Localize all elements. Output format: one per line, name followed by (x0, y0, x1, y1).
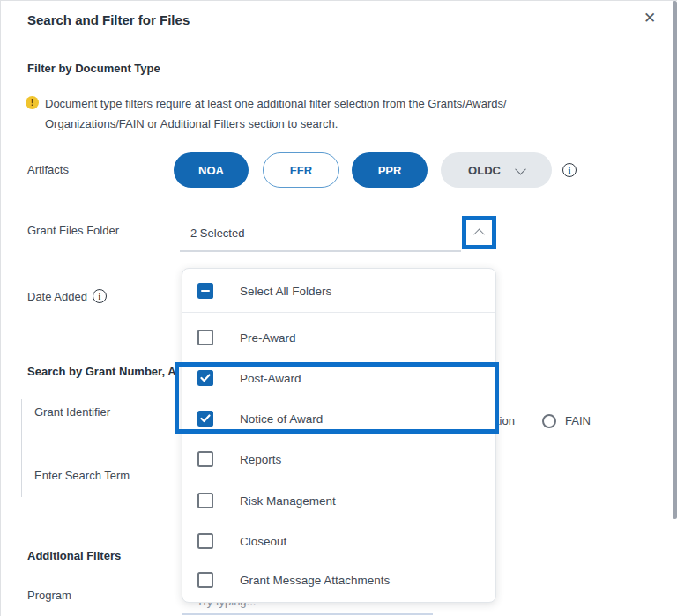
checkbox-unchecked-icon[interactable] (197, 330, 213, 345)
folder-option-closeout[interactable]: Closeout (182, 521, 495, 561)
indent-guide-line (21, 399, 22, 497)
artifacts-label: Artifacts (27, 163, 69, 176)
date-added-info-icon[interactable]: i (93, 289, 107, 303)
checkbox-unchecked-icon[interactable] (197, 533, 213, 549)
checkbox-indeterminate-icon[interactable] (197, 283, 213, 299)
artifact-button-ffr[interactable]: FFR (263, 152, 339, 188)
search-filter-modal: Search and Filter for Files ✕ Filter by … (0, 0, 677, 616)
checked-options-highlight-box (175, 362, 499, 434)
modal-title: Search and Filter for Files (27, 12, 190, 27)
program-label: Program (27, 589, 71, 602)
folder-selected-count[interactable]: 2 Selected (190, 226, 244, 240)
checkbox-unchecked-icon[interactable] (197, 451, 213, 467)
close-icon[interactable]: ✕ (644, 11, 656, 26)
folder-collapse-highlight-box (462, 216, 496, 249)
program-input-underline (182, 613, 433, 615)
grant-identifier-label: Grant Identifier (34, 405, 110, 419)
radio-label-fragment: tion (496, 414, 515, 427)
oldc-dropdown-label: OLDC (468, 164, 501, 177)
grant-files-folder-label: Grant Files Folder (27, 224, 119, 237)
scrollbar-thumb[interactable] (673, 1, 677, 519)
folder-input-underline (180, 250, 461, 252)
notice-line-2: Organizations/FAIN or Additional Filters… (45, 117, 338, 130)
oldc-dropdown[interactable]: OLDC (441, 152, 552, 188)
chevron-up-icon[interactable] (473, 228, 485, 240)
folder-option-risk-management[interactable]: Risk Management (182, 480, 495, 521)
enter-search-term-label: Enter Search Term (34, 469, 130, 482)
folder-dropdown-panel: Select All Folders Pre-Award Post-Award … (182, 268, 496, 603)
folder-option-select-all[interactable]: Select All Folders (182, 271, 495, 311)
date-added-label: Date Added (27, 290, 87, 303)
chevron-down-icon (515, 163, 526, 174)
fain-radio-label: FAIN (565, 414, 591, 427)
search-by-heading: Search by Grant Number, A (27, 365, 176, 378)
artifact-button-noa[interactable]: NOA (174, 152, 249, 188)
checkbox-unchecked-icon[interactable] (197, 572, 213, 588)
filter-by-document-type-heading: Filter by Document Type (27, 62, 160, 75)
warning-icon: ! (26, 96, 39, 109)
artifact-button-ppr[interactable]: PPR (352, 152, 428, 188)
fain-radio[interactable] (542, 414, 556, 428)
folder-option-grant-message-attachments[interactable]: Grant Message Attachments (182, 560, 495, 599)
additional-filters-heading: Additional Filters (27, 549, 121, 562)
folder-option-pre-award[interactable]: Pre-Award (182, 317, 495, 358)
dropdown-divider (182, 312, 495, 313)
notice-line-1: Document type filters require at least o… (45, 97, 507, 110)
folder-option-reports[interactable]: Reports (182, 439, 495, 479)
artifacts-info-icon[interactable]: i (562, 163, 577, 177)
checkbox-unchecked-icon[interactable] (197, 493, 213, 508)
